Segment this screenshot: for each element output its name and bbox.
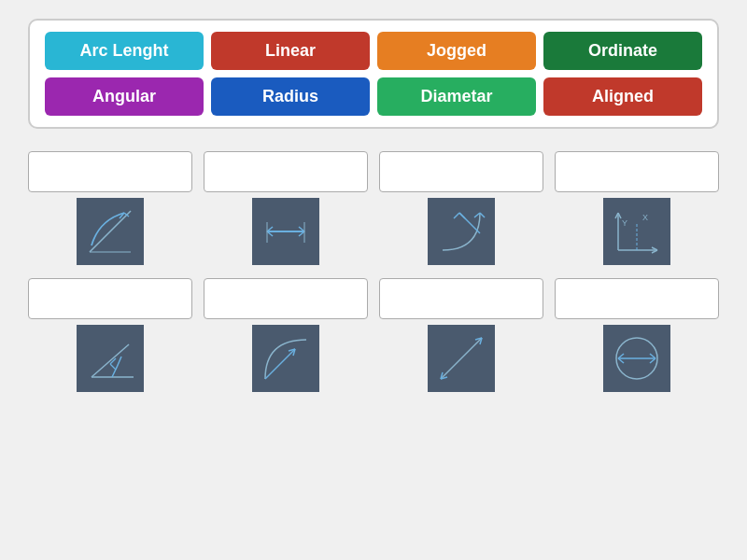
drop-box-radius[interactable] <box>204 278 368 319</box>
match-item-aligned <box>555 278 719 392</box>
match-item-arc <box>28 151 192 265</box>
match-item-angular <box>28 278 192 392</box>
linear-icon <box>252 198 319 265</box>
match-item-ordinate: X Y <box>555 151 719 265</box>
btn-radius[interactable]: Radius <box>211 77 370 116</box>
svg-line-11 <box>474 213 480 217</box>
match-row-2 <box>28 278 719 392</box>
match-item-linear <box>204 151 368 265</box>
btn-angular[interactable]: Angular <box>45 77 204 116</box>
match-item-radius <box>204 278 368 392</box>
svg-line-0 <box>90 211 131 252</box>
jogged-icon <box>428 198 495 265</box>
btn-linear[interactable]: Linear <box>211 32 370 70</box>
angular-icon <box>77 325 144 392</box>
radius-icon <box>252 325 319 392</box>
svg-line-12 <box>480 213 485 217</box>
drop-box-jogged[interactable] <box>379 151 543 192</box>
word-bank: Arc Lenght Linear Jogged Ordinate Angula… <box>28 19 719 129</box>
btn-aligned[interactable]: Aligned <box>543 77 702 116</box>
aligned-icon <box>603 325 670 392</box>
ordinate-icon: X Y <box>603 198 670 265</box>
svg-text:X: X <box>642 213 648 222</box>
btn-ordinate[interactable]: Ordinate <box>543 32 702 70</box>
btn-jogged[interactable]: Jogged <box>377 32 536 70</box>
match-item-jogged <box>379 151 543 265</box>
drop-box-arc[interactable] <box>28 151 192 192</box>
drop-box-angular[interactable] <box>28 278 192 319</box>
drop-box-ordinate[interactable] <box>555 151 719 192</box>
match-row-1: X Y <box>28 151 719 265</box>
svg-line-32 <box>441 338 482 379</box>
match-item-diametar <box>379 278 543 392</box>
drop-box-aligned[interactable] <box>555 278 719 319</box>
drop-box-diametar[interactable] <box>379 278 543 319</box>
arc-length-icon <box>77 198 144 265</box>
svg-line-14 <box>454 213 459 218</box>
svg-line-27 <box>110 364 116 370</box>
match-area: X Y <box>28 151 719 392</box>
svg-line-29 <box>265 349 295 379</box>
diametar-icon <box>428 325 495 392</box>
btn-diametar[interactable]: Diametar <box>377 77 536 116</box>
svg-text:Y: Y <box>622 218 627 228</box>
drop-box-linear[interactable] <box>204 151 368 192</box>
btn-arc-length[interactable]: Arc Lenght <box>45 32 204 70</box>
svg-line-15 <box>459 213 465 218</box>
svg-line-25 <box>92 344 129 377</box>
